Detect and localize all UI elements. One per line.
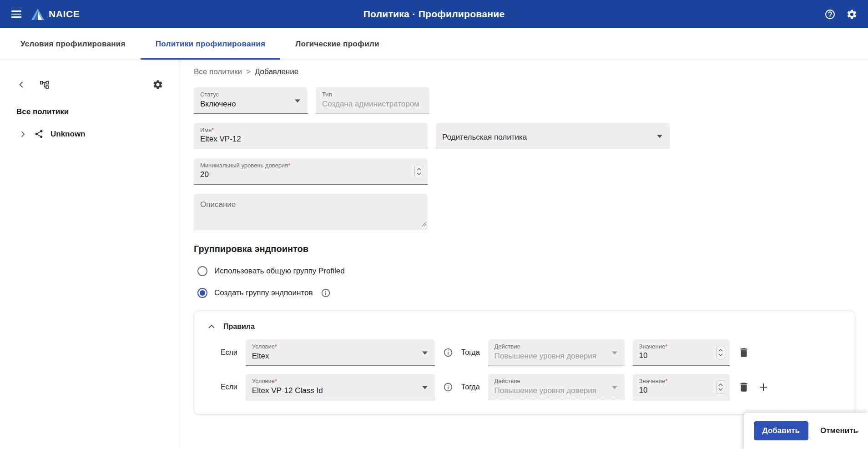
- parent-policy-select[interactable]: Родительская политика: [436, 123, 670, 149]
- app-header: NAICE Политика · Профилирование: [0, 0, 868, 28]
- tab-profiling-conditions[interactable]: Условия профилирования: [5, 28, 141, 60]
- tree-item-label: Unknown: [50, 130, 86, 139]
- number-stepper[interactable]: [717, 346, 725, 359]
- condition-select[interactable]: Условие* Eltex: [246, 339, 435, 366]
- policy-tree-sidebar: Все политики Unknown: [0, 60, 180, 449]
- tree-settings-button[interactable]: [152, 79, 163, 90]
- radio-icon[interactable]: [197, 288, 207, 298]
- required-asterisk: *: [665, 378, 667, 384]
- type-placeholder: Создана администратором: [322, 100, 423, 109]
- dropdown-caret-icon: [657, 135, 662, 138]
- required-asterisk: *: [275, 378, 277, 384]
- info-icon[interactable]: [321, 288, 331, 298]
- action-select: Действие Повышение уровня доверия: [488, 339, 625, 366]
- help-button[interactable]: [821, 5, 839, 23]
- expand-node-chevron-icon[interactable]: [18, 130, 27, 139]
- tab-profiling-policies[interactable]: Политики профилирования: [141, 28, 281, 60]
- naice-logo-icon: [31, 8, 45, 20]
- dropdown-caret-icon: [422, 351, 428, 354]
- type-field: Тип Создана администратором: [316, 87, 429, 114]
- action-value: Повышение уровня доверия: [495, 386, 618, 395]
- grouping-section-title: Группировка эндпоинтов: [194, 244, 855, 254]
- rule-row: Если Условие* Eltex Тогда Действие Повыш…: [207, 339, 843, 366]
- required-asterisk: *: [212, 126, 214, 133]
- collapse-sidebar-button[interactable]: [16, 80, 26, 90]
- add-rule-button[interactable]: [758, 382, 769, 393]
- condition-label: Условие: [252, 343, 275, 350]
- tab-logical-profiles[interactable]: Логические профили: [280, 28, 394, 60]
- dropdown-caret-icon: [612, 386, 617, 389]
- then-label: Тогда: [461, 348, 480, 357]
- menu-button[interactable]: [7, 5, 25, 23]
- name-field[interactable]: Имя*: [194, 123, 428, 149]
- form-actions: Добавить Отменить: [744, 413, 868, 449]
- radio-option-create-group[interactable]: Создать группу эндпоинтов: [194, 288, 855, 298]
- breadcrumb: Все политики > Добавление: [194, 67, 855, 76]
- description-field[interactable]: Описание: [194, 194, 428, 230]
- condition-info-icon[interactable]: [443, 382, 453, 392]
- tree-item-unknown[interactable]: Unknown: [16, 129, 163, 139]
- main-tabs: Условия профилирования Политики профилир…: [0, 28, 868, 60]
- type-label: Тип: [322, 91, 332, 98]
- dropdown-caret-icon: [612, 351, 617, 354]
- action-label: Действие: [495, 378, 520, 384]
- radio-icon[interactable]: [197, 266, 207, 276]
- tree-root-label: Все политики: [16, 107, 163, 116]
- parent-policy-label: Родительская политика: [442, 126, 663, 148]
- radio-label: Использовать общую группу Profiled: [214, 267, 345, 276]
- delete-rule-button[interactable]: [738, 381, 750, 393]
- collapse-rules-button[interactable]: [207, 322, 216, 331]
- radio-option-profiled-group[interactable]: Использовать общую группу Profiled: [194, 266, 855, 276]
- tree-view-icon[interactable]: [39, 80, 50, 90]
- policy-node-icon: [34, 129, 44, 139]
- dropdown-caret-icon: [422, 386, 428, 389]
- rule-value-input[interactable]: [639, 351, 723, 360]
- status-value: Включено: [200, 100, 301, 109]
- value-label: Значение: [639, 378, 666, 384]
- breadcrumb-parent-link[interactable]: Все политики: [194, 67, 242, 76]
- if-label: Если: [221, 348, 237, 357]
- status-select[interactable]: Статус Включено: [194, 87, 308, 114]
- gear-icon: [846, 9, 858, 20]
- name-input[interactable]: [200, 135, 421, 144]
- action-value: Повышение уровня доверия: [495, 352, 618, 361]
- condition-select[interactable]: Условие* Eltex VP-12 Class Id: [246, 374, 435, 400]
- sidebar-toolbar: [16, 79, 163, 90]
- min-trust-label: Минимальный уровень доверия: [200, 162, 288, 169]
- menu-icon: [11, 10, 21, 18]
- dropdown-caret-icon: [295, 99, 300, 102]
- rule-value-field[interactable]: Значение*: [633, 374, 730, 400]
- rules-title: Правила: [223, 323, 255, 331]
- rules-card: Правила Если Условие* Eltex Тогда Действ…: [194, 311, 855, 414]
- required-asterisk: *: [275, 343, 277, 350]
- policy-form: Все политики > Добавление Статус Включен…: [180, 60, 868, 449]
- required-asterisk: *: [288, 162, 290, 169]
- resize-grip-icon[interactable]: [420, 220, 426, 228]
- rule-value-field[interactable]: Значение*: [633, 339, 730, 366]
- cancel-button[interactable]: Отменить: [820, 426, 858, 435]
- min-trust-input[interactable]: [200, 170, 421, 179]
- rule-value-input[interactable]: [639, 386, 723, 395]
- help-icon: [824, 9, 836, 20]
- action-select: Действие Повышение уровня доверия: [488, 374, 625, 400]
- radio-label: Создать группу эндпоинтов: [214, 288, 313, 298]
- app-logo: NAICE: [31, 8, 80, 20]
- delete-rule-button[interactable]: [738, 347, 750, 358]
- value-label: Значение: [639, 343, 666, 350]
- page-title: Политика · Профилирование: [363, 9, 505, 20]
- add-button[interactable]: Добавить: [754, 421, 808, 440]
- description-label: Описание: [200, 200, 236, 209]
- status-label: Статус: [200, 91, 219, 98]
- required-asterisk: *: [665, 343, 667, 350]
- app-name: NAICE: [49, 9, 80, 20]
- settings-button[interactable]: [843, 5, 861, 23]
- condition-info-icon[interactable]: [443, 348, 453, 358]
- rule-row: Если Условие* Eltex VP-12 Class Id Тогда…: [207, 374, 843, 400]
- if-label: Если: [221, 383, 237, 391]
- action-label: Действие: [495, 343, 520, 350]
- number-stepper[interactable]: [414, 165, 423, 178]
- number-stepper[interactable]: [717, 380, 725, 394]
- min-trust-field[interactable]: Минимальный уровень доверия*: [194, 158, 428, 185]
- breadcrumb-current: Добавление: [255, 67, 298, 76]
- name-label: Имя: [200, 126, 212, 133]
